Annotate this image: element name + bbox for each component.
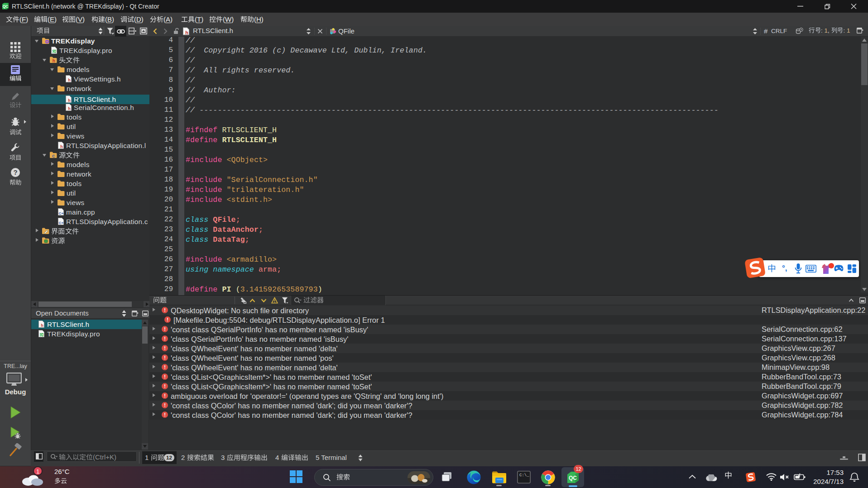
svg-text:h: h: [68, 98, 71, 103]
svg-text:?: ?: [13, 168, 17, 176]
svg-text:h: h: [185, 30, 188, 35]
svg-text:h: h: [53, 58, 55, 63]
svg-text:h: h: [68, 106, 71, 111]
svg-text:QC: QC: [569, 475, 577, 481]
svg-text:C+: C+: [59, 211, 64, 215]
svg-text:C+: C+: [59, 221, 64, 225]
svg-text:h: h: [60, 144, 63, 149]
svg-text:h: h: [68, 78, 71, 82]
svg-text:Qt: Qt: [40, 333, 43, 337]
svg-text:h: h: [41, 323, 43, 328]
svg-text:C: C: [52, 154, 55, 158]
svg-text:QC: QC: [3, 4, 9, 9]
svg-text:C:\_: C:\_: [519, 473, 529, 478]
svg-text:Qt: Qt: [53, 50, 56, 53]
